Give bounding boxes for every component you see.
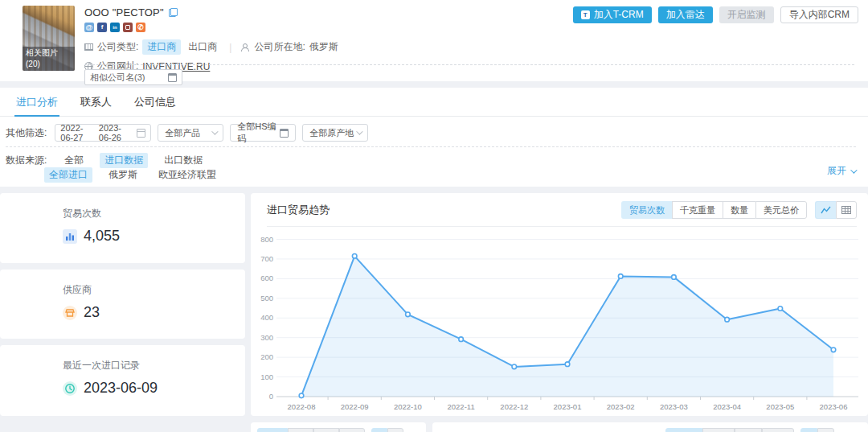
clock-icon <box>63 381 77 396</box>
data-source-row: 数据来源: 全部 进口数据 出口数据 <box>6 153 207 168</box>
exporter-tag[interactable]: 出口商 <box>185 39 220 55</box>
trend-area <box>301 256 833 397</box>
data-source-subrow: 全部进口 俄罗斯 欧亚经济联盟 <box>44 167 221 183</box>
social-links: @ f in ✆ <box>84 23 338 32</box>
add-to-tcrm-button[interactable]: T 加入T-CRM <box>573 6 652 23</box>
suboption-eaeu[interactable]: 欧亚经济联盟 <box>154 167 221 183</box>
partial-button[interactable] <box>735 428 762 432</box>
metric-quantity-button[interactable]: 数量 <box>723 201 755 219</box>
instagram-icon[interactable] <box>123 23 133 32</box>
import-trend-card: 进口贸易趋势 贸易次数 千克重量 数量 美元总价 <box>251 193 868 416</box>
product-select[interactable]: 全部产品 <box>158 124 223 142</box>
tcrm-icon: T <box>581 10 590 19</box>
tab-company-info[interactable]: 公司信息 <box>133 88 178 116</box>
data-point[interactable] <box>565 362 570 367</box>
partial-toggle[interactable] <box>817 428 834 432</box>
date-range-picker[interactable]: 2022-06-27 2023-06-26 <box>55 124 151 142</box>
data-point[interactable] <box>725 317 730 322</box>
source-option-all[interactable]: 全部 <box>59 153 88 168</box>
partial-button[interactable] <box>313 428 339 432</box>
data-point[interactable] <box>406 312 411 317</box>
partial-toggle[interactable] <box>387 428 403 432</box>
tab-contacts[interactable]: 联系人 <box>79 88 113 116</box>
partial-button[interactable] <box>288 428 313 432</box>
hs-code-select[interactable]: 全部HS编码 <box>230 124 296 142</box>
chevron-down-icon <box>850 167 857 173</box>
shop-icon <box>63 306 77 320</box>
add-to-radar-label: 加入雷达 <box>666 8 705 22</box>
panel-icon <box>280 129 289 138</box>
tab-import-analysis[interactable]: 进口分析 <box>14 88 59 116</box>
x-axis-label: 2023-01 <box>554 402 582 411</box>
data-point[interactable] <box>352 253 357 258</box>
stat-value: 2023-06-09 <box>84 380 158 397</box>
partial-button[interactable] <box>339 428 365 432</box>
header-separator <box>84 64 854 65</box>
panel-icon <box>168 73 177 82</box>
phone-icon[interactable]: ✆ <box>136 23 145 32</box>
chart-title: 进口贸易趋势 <box>267 203 621 217</box>
company-photo[interactable]: 相关图片(20) <box>23 6 75 71</box>
y-axis-label: 100 <box>260 372 273 381</box>
partial-toggle[interactable] <box>800 428 817 432</box>
tab-bar: 进口分析 联系人 公司信息 <box>0 88 868 117</box>
y-axis-label: 400 <box>260 313 273 322</box>
data-point[interactable] <box>512 364 517 369</box>
y-axis-label: 300 <box>260 333 273 342</box>
y-axis-label: 600 <box>260 274 273 282</box>
partial-button[interactable] <box>257 428 288 432</box>
copy-icon[interactable] <box>169 8 178 17</box>
data-point[interactable] <box>618 274 623 279</box>
company-info: OOO "PECTOP" @ f in ✆ 公司类型: 进口商 出口商 | 公司… <box>84 6 338 73</box>
suboption-russia[interactable]: 俄罗斯 <box>104 167 142 183</box>
source-option-import[interactable]: 进口数据 <box>100 153 148 168</box>
metric-button-group: 贸易次数 千克重量 数量 美元总价 <box>621 201 807 219</box>
add-to-radar-button[interactable]: 加入雷达 <box>658 6 713 23</box>
email-icon[interactable]: @ <box>84 23 94 32</box>
x-axis-label: 2023-03 <box>660 402 688 411</box>
stat-value: 4,055 <box>84 228 120 245</box>
partial-button[interactable] <box>665 428 702 432</box>
x-axis-label: 2023-02 <box>607 402 635 411</box>
importer-tag[interactable]: 进口商 <box>142 39 181 55</box>
add-to-tcrm-label: 加入T-CRM <box>594 8 644 22</box>
stat-label: 贸易次数 <box>63 207 245 220</box>
metric-kg-weight-button[interactable]: 千克重量 <box>672 201 723 219</box>
stat-label: 供应商 <box>63 283 245 297</box>
source-option-export[interactable]: 出口数据 <box>159 153 207 168</box>
linkedin-icon[interactable]: in <box>110 23 120 32</box>
data-point[interactable] <box>672 275 677 280</box>
calendar-icon <box>137 129 145 138</box>
similar-companies-label: 相似公司名(3) <box>90 72 145 84</box>
location-value: 俄罗斯 <box>309 40 338 54</box>
line-chart-icon[interactable] <box>815 201 836 219</box>
x-axis-label: 2022-08 <box>288 402 316 411</box>
related-images-caption[interactable]: 相关图片(20) <box>23 47 75 71</box>
similar-companies-select[interactable]: 相似公司名(3) <box>84 69 182 85</box>
stat-card-last-import: 最近一次进口记录 2023-06-09 <box>0 345 245 416</box>
import-internal-crm-label: 导入内部CRM <box>789 8 850 22</box>
y-axis-label: 700 <box>260 254 273 263</box>
metric-trade-count-button[interactable]: 贸易次数 <box>621 201 672 219</box>
facebook-icon[interactable]: f <box>97 23 107 32</box>
import-internal-crm-button[interactable]: 导入内部CRM <box>780 6 858 23</box>
metric-usd-total-button[interactable]: 美元总价 <box>755 201 807 219</box>
data-point[interactable] <box>299 393 304 398</box>
stat-label: 最近一次进口记录 <box>63 359 245 372</box>
start-monitoring-button[interactable]: 开启监测 <box>719 6 774 23</box>
suboption-all-import[interactable]: 全部进口 <box>44 167 92 183</box>
header-actions: T 加入T-CRM 加入雷达 开启监测 导入内部CRM <box>573 6 858 23</box>
expand-toggle[interactable]: 展开 <box>827 164 855 178</box>
data-point[interactable] <box>459 337 464 342</box>
stat-value: 23 <box>84 304 100 321</box>
data-point[interactable] <box>831 348 836 352</box>
partial-button[interactable] <box>762 428 794 432</box>
partial-toggle[interactable] <box>371 428 387 432</box>
partial-button[interactable] <box>702 428 735 432</box>
origin-select[interactable]: 全部原产地 <box>302 124 368 142</box>
x-axis-label: 2022-10 <box>394 402 422 411</box>
table-icon[interactable] <box>836 201 857 219</box>
filter-label: 其他筛选: <box>6 126 47 140</box>
bottom-left-panel <box>251 422 426 432</box>
data-point[interactable] <box>778 307 783 311</box>
